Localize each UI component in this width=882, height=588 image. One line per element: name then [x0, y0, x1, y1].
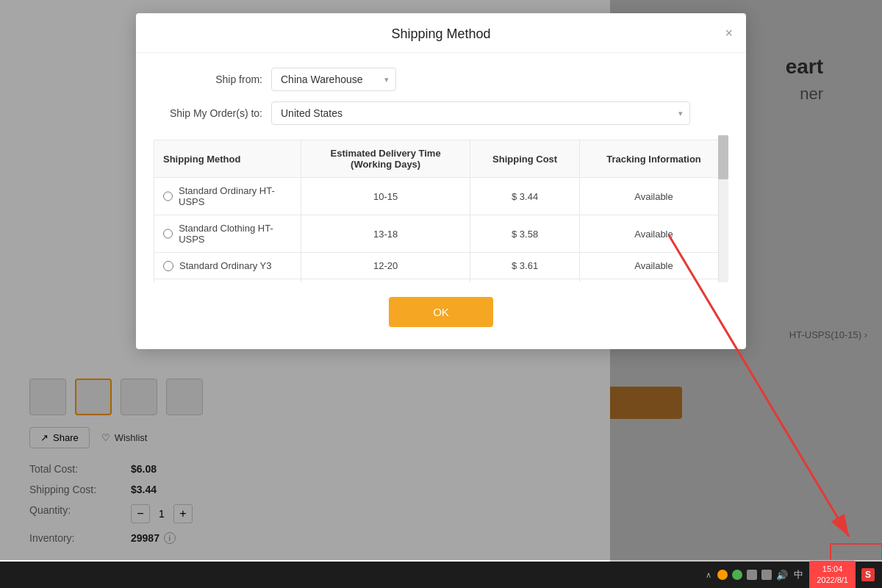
scrollbar-thumb[interactable]: [718, 135, 728, 179]
shipping-radio-0[interactable]: [163, 191, 173, 201]
method-cell: Standard Clothing HT-USPS: [154, 215, 301, 253]
tracking-cell: Available: [579, 279, 728, 283]
col-header-tracking: Tracking Information: [579, 140, 728, 178]
method-name: Standard Ordinary HT-USPS: [179, 185, 292, 207]
taskbar-icons: 🔊: [717, 570, 788, 581]
taskbar-arrow-up: ∧: [706, 570, 711, 580]
taskbar-clock: 15:04 2022/8/1: [809, 561, 856, 588]
method-cell: Standard Ordinary YF: [154, 279, 301, 283]
tracking-cell: Available: [579, 215, 728, 253]
cost-cell: $ 3.63: [470, 279, 580, 283]
delivery-cell: 8-13: [301, 279, 470, 283]
taskbar-icon-1: [717, 570, 728, 580]
taskbar-icon-4: [761, 570, 772, 580]
modal-header: Shipping Method ×: [136, 13, 746, 53]
col-header-delivery: Estimated Delivery Time(Working Days): [301, 140, 470, 178]
shipping-method-modal: Shipping Method × Ship from: China Wareh…: [136, 13, 746, 349]
method-cell: Standard Ordinary HT-USPS: [154, 178, 301, 215]
delivery-cell: 12-20: [301, 253, 470, 279]
cost-cell: $ 3.58: [470, 215, 580, 253]
taskbar-chinese-char: 中: [794, 568, 803, 581]
col-header-cost: Shipping Cost: [470, 140, 580, 178]
ship-to-select[interactable]: United States: [271, 101, 690, 125]
tracking-cell: Available: [579, 253, 728, 279]
delivery-cell: 13-18: [301, 215, 470, 253]
table-scrollbar[interactable]: [718, 135, 728, 282]
cost-cell: $ 3.61: [470, 253, 580, 279]
ship-from-select-wrapper: China Warehouse ▾: [271, 68, 396, 91]
shipping-table-wrapper: Shipping Method Estimated Delivery Time(…: [154, 135, 728, 282]
shipping-radio-2[interactable]: [163, 261, 173, 271]
modal-body: Ship from: China Warehouse ▾ Ship My Ord…: [136, 53, 746, 327]
modal-title: Shipping Method: [391, 26, 490, 42]
table-row[interactable]: Standard Ordinary YF8-13$ 3.63Available: [154, 279, 728, 283]
taskbar: ∧ 🔊 中 15:04 2022/8/1 S: [0, 562, 882, 588]
taskbar-s-icon: S: [861, 568, 875, 581]
table-row[interactable]: Standard Clothing HT-USPS13-18$ 3.58Avai…: [154, 215, 728, 253]
table-row[interactable]: Standard Ordinary Y312-20$ 3.61Available: [154, 253, 728, 279]
taskbar-time: 15:04: [817, 564, 848, 575]
taskbar-icon-3: [747, 570, 757, 580]
table-header-row: Shipping Method Estimated Delivery Time(…: [154, 140, 728, 178]
ship-to-label: Ship My Order(s) to:: [154, 107, 271, 119]
taskbar-icon-2: [732, 570, 742, 580]
ok-button-wrapper: OK: [154, 297, 728, 327]
shipping-radio-1[interactable]: [163, 229, 173, 239]
ship-from-row: Ship from: China Warehouse ▾: [154, 68, 728, 91]
taskbar-volume-icon: 🔊: [776, 570, 788, 581]
tracking-cell: Available: [579, 178, 728, 215]
ship-to-row: Ship My Order(s) to: United States ▾: [154, 101, 728, 125]
ok-button[interactable]: OK: [389, 297, 493, 327]
ship-from-select[interactable]: China Warehouse: [271, 68, 396, 91]
modal-close-button[interactable]: ×: [725, 26, 733, 40]
ship-to-select-wrapper: United States ▾: [271, 101, 690, 125]
cost-cell: $ 3.44: [470, 178, 580, 215]
table-row[interactable]: Standard Ordinary HT-USPS10-15$ 3.44Avai…: [154, 178, 728, 215]
shipping-table: Shipping Method Estimated Delivery Time(…: [154, 140, 728, 282]
delivery-cell: 10-15: [301, 178, 470, 215]
col-header-method: Shipping Method: [154, 140, 301, 178]
ship-from-label: Ship from:: [154, 74, 271, 85]
method-name: Standard Clothing HT-USPS: [179, 223, 292, 245]
method-name: Standard Ordinary Y3: [179, 260, 272, 271]
method-cell: Standard Ordinary Y3: [154, 253, 301, 279]
taskbar-date: 2022/8/1: [817, 575, 848, 586]
